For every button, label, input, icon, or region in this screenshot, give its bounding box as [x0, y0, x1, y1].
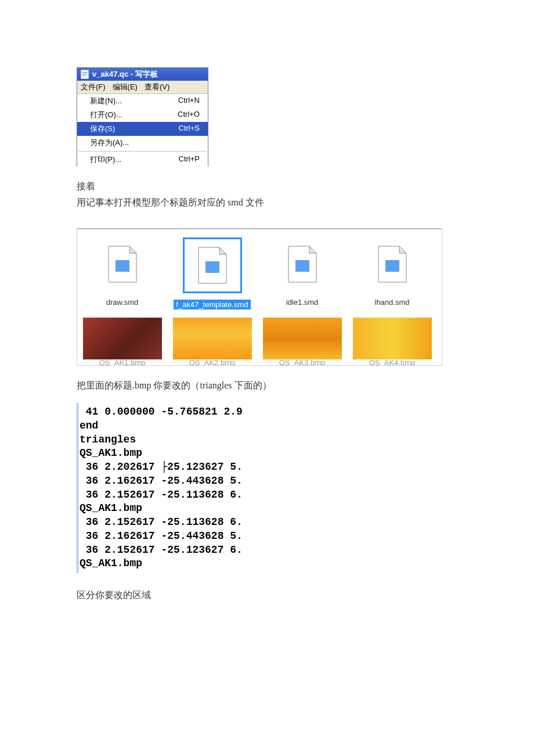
menu-edit[interactable]: 编辑(E) — [109, 81, 141, 93]
texture-thumb — [83, 318, 162, 359]
para-1b: 用记事本打开模型那个标题所对应的 smd 文件 — [77, 196, 448, 210]
title-text: v_ak47.qc - 写字板 — [92, 69, 158, 80]
texture-item[interactable] — [257, 318, 347, 359]
texture-label: QS_AK2.bmp — [167, 359, 257, 365]
file-dropdown: 新建(N)...Ctrl+N打开(O)...Ctrl+O保存(S)Ctrl+S另… — [77, 94, 208, 167]
svg-rect-12 — [295, 260, 309, 272]
explorer-window: draw.smdf_ak47_template.smdidle1.smdlhan… — [77, 228, 442, 366]
file-label: idle1.smd — [284, 297, 321, 307]
svg-rect-2 — [82, 74, 88, 74]
texture-thumb — [173, 318, 252, 359]
file-label: lhand.smd — [373, 297, 412, 307]
svg-rect-1 — [82, 72, 88, 73]
file-icon — [364, 237, 421, 291]
texture-thumb — [263, 318, 342, 359]
menu-file[interactable]: 文件(F) — [77, 81, 109, 93]
texture-row — [77, 318, 442, 359]
file-item[interactable]: lhand.smd — [347, 237, 437, 309]
menu-item[interactable]: 另存为(A)... — [77, 136, 208, 150]
svg-marker-8 — [219, 247, 226, 254]
texture-label: QS_AK3.bmp — [257, 359, 347, 365]
file-item[interactable]: draw.smd — [77, 237, 167, 309]
file-item[interactable]: f_ak47_template.smd — [167, 237, 257, 309]
app-icon — [80, 69, 90, 80]
menu-item[interactable]: 打印(P)...Ctrl+P — [77, 153, 208, 167]
file-icon — [274, 237, 331, 291]
svg-rect-15 — [385, 260, 399, 272]
para-2: 把里面的标题.bmp 你要改的（triangles 下面的） — [77, 379, 448, 393]
texture-label: QS_AK1.bmp — [77, 359, 167, 365]
file-label: draw.smd — [104, 297, 141, 307]
file-item[interactable]: idle1.smd — [257, 237, 347, 309]
file-row: draw.smdf_ak47_template.smdidle1.smdlhan… — [77, 237, 442, 309]
svg-rect-6 — [116, 260, 129, 272]
texture-label: QS_AK4.bmp — [347, 359, 437, 365]
texture-item[interactable] — [77, 318, 167, 359]
para-1a: 接着 — [77, 179, 448, 193]
texture-item[interactable] — [167, 318, 257, 359]
menubar: 文件(F) 编辑(E) 查看(V) — [77, 81, 208, 94]
titlebar: v_ak47.qc - 写字板 — [77, 68, 208, 81]
wordpad-window: v_ak47.qc - 写字板 文件(F) 编辑(E) 查看(V) 新建(N).… — [77, 67, 208, 167]
texture-item[interactable] — [347, 318, 437, 359]
texture-label-row: QS_AK1.bmpQS_AK2.bmpQS_AK3.bmpQS_AK4.bmp — [77, 359, 442, 365]
svg-rect-3 — [82, 75, 86, 76]
svg-marker-5 — [129, 246, 136, 253]
para-3: 区分你要改的区域 — [77, 589, 448, 602]
menu-item[interactable]: 打开(O)...Ctrl+O — [77, 108, 208, 122]
menu-view[interactable]: 查看(V) — [141, 81, 173, 93]
file-icon — [183, 237, 242, 293]
menu-item[interactable]: 新建(N)...Ctrl+N — [77, 94, 208, 108]
menu-item[interactable]: 保存(S)Ctrl+S — [77, 122, 208, 136]
smd-code-block: 41 0.000000 -5.765821 2.9 end triangles … — [77, 403, 448, 573]
svg-rect-9 — [205, 261, 219, 273]
svg-marker-11 — [309, 246, 316, 253]
file-icon — [94, 237, 151, 291]
svg-marker-14 — [399, 246, 406, 253]
texture-thumb — [353, 318, 432, 359]
file-label: f_ak47_template.smd — [174, 300, 250, 309]
